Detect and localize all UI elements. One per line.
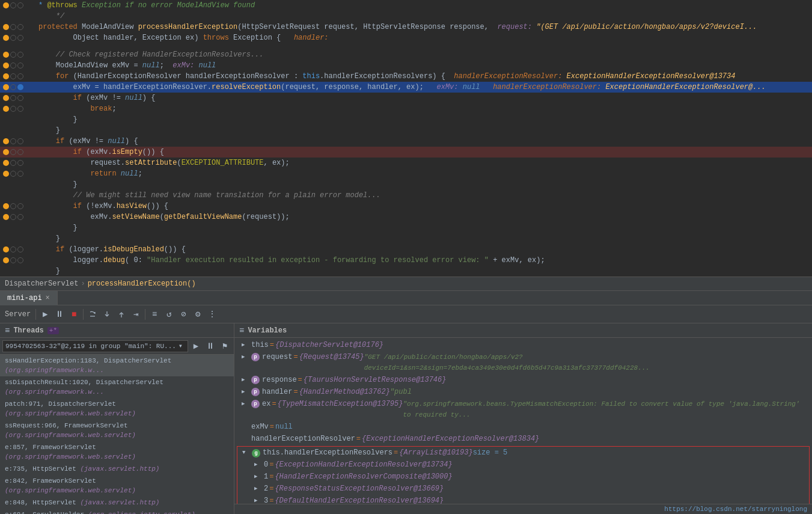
pause-button[interactable]: ⏸ [53, 308, 66, 321]
code-line: logger.debug( 0: "Handler execution resu… [0, 255, 812, 266]
threads-badge: +* [47, 327, 59, 334]
tab-bar: mini-api × [0, 291, 812, 305]
var-item-resolver[interactable]: handlerExceptionResolver = {ExceptionHan… [234, 433, 812, 445]
tab-close-icon[interactable]: × [46, 294, 50, 302]
thread-item[interactable]: e:857, FrameworkServlet (org.springframe… [0, 441, 234, 463]
var-expand-icon[interactable] [242, 387, 249, 397]
var-item-response[interactable]: p response = {TaurusHornServletResponse@… [234, 374, 812, 386]
var-item-this[interactable]: this = {DispatcherServlet@10176} [234, 339, 812, 351]
var-item-exmv[interactable]: exMv = null [234, 421, 812, 433]
run-to-cursor-button[interactable]: ⇥ [129, 308, 142, 321]
var-item-resolvers-header[interactable]: g this.handlerExceptionResolvers = {Arra… [237, 447, 809, 459]
resume-button[interactable]: ▶ [38, 308, 52, 321]
tab-mini-api[interactable]: mini-api × [0, 291, 58, 305]
code-line-highlighted: exMv = handlerExceptionResolver.resolveE… [0, 82, 812, 93]
var-item-resolver-1[interactable]: 1 = {HandlerExceptionResolverComposite@1… [237, 471, 809, 483]
step-over-button[interactable] [86, 308, 99, 321]
threads-panel: ≡ Threads +* 9954702563-32"@2,119 in gro… [0, 323, 234, 514]
bottom-panel: ≡ Threads +* 9954702563-32"@2,119 in gro… [0, 323, 812, 514]
code-text: if (exMv != null) { [38, 137, 138, 145]
settings-button[interactable]: ⚙ [191, 308, 204, 321]
server-label: Server [2, 310, 33, 319]
thread-item[interactable]: e:848, HttpServlet (javax.servlet.http) [0, 497, 234, 509]
thread-dropdown-icon[interactable]: ▾ [179, 341, 183, 350]
code-text: request.setAttribute(EXCEPTION_ATTRIBUTE… [38, 159, 290, 167]
code-line: request.setAttribute(EXCEPTION_ATTRIBUTE… [0, 158, 812, 168]
code-text: } [38, 224, 78, 232]
code-line [0, 43, 812, 49]
evaluate-button[interactable]: ≡ [148, 308, 161, 321]
code-text: if (!exMv.hasView()) { [38, 202, 168, 210]
breadcrumb-item-1[interactable]: DispatcherServlet [5, 280, 78, 288]
code-line: if (logger.isDebugEnabled()) { [0, 244, 812, 255]
code-line: } [0, 266, 812, 277]
code-text: Object handler, Exception ex) throws Exc… [38, 34, 329, 42]
step-out-button[interactable] [115, 308, 128, 321]
var-item-resolver-2[interactable]: 2 = {ResponseStatusExceptionResolver@136… [237, 483, 809, 495]
thread-filter-text: 9954702563-32"@2,119 in group "main": RU… [5, 343, 176, 350]
thread-item[interactable]: e:735, HttpServlet (javax.servlet.http) [0, 463, 234, 475]
threads-filter-btn[interactable]: ⚑ [218, 340, 231, 353]
code-text: logger.debug( 0: "Handler execution resu… [38, 256, 545, 265]
var-expand-icon[interactable] [254, 495, 261, 504]
threads-resume-btn[interactable]: ▶ [189, 340, 203, 353]
var-icon-p: p [251, 388, 260, 396]
var-icon-container: g [252, 447, 260, 458]
code-line: } [0, 233, 812, 244]
threads-list: ssHandlerException:1183, DispatcherServl… [0, 355, 234, 514]
threads-icon: ≡ [5, 326, 10, 335]
code-line: } [0, 114, 812, 125]
var-icon-p: p [251, 353, 260, 361]
var-expand-icon[interactable] [242, 447, 249, 458]
breadcrumb-item-2[interactable]: processHandlerException() [88, 280, 196, 288]
stop-button[interactable]: ■ [67, 308, 81, 321]
code-text: } [38, 126, 60, 135]
step-into-button[interactable] [100, 308, 114, 321]
var-item-ex[interactable]: p ex = {TypeMismatchException@13795} "or… [234, 398, 812, 421]
var-item-handler[interactable]: p handler = {HandlerMethod@13762} "publ [234, 386, 812, 398]
variables-panel-title: Variables [248, 326, 287, 335]
var-expand-icon[interactable] [242, 399, 249, 409]
toolbar-separator-1 [35, 309, 36, 320]
variables-panel-header: ≡ Variables [234, 323, 812, 338]
breadcrumb: DispatcherServlet › processHandlerExcept… [0, 277, 812, 291]
variables-panel: ≡ Variables this = {DispatcherServlet@10… [234, 323, 812, 514]
url-bar: https://blog.csdn.net/starryninglong [234, 504, 812, 514]
code-line-error: if (exMv.isEmpty()) { [0, 147, 812, 158]
toolbar-separator-2 [83, 309, 84, 320]
var-item-resolver-0[interactable]: 0 = {ExceptionHandlerExceptionResolver@1… [237, 459, 809, 471]
var-item-request[interactable]: p request = {Request@13745} "GET /api/pu… [234, 351, 812, 374]
code-editor: * @throws Exception if no error ModelAnd… [0, 0, 812, 277]
code-text: */ [38, 12, 64, 20]
drop-frame-button[interactable]: ↺ [162, 308, 176, 321]
code-line: exMv.setViewName(getDefaultViewName(requ… [0, 212, 812, 222]
threads-toolbar: 9954702563-32"@2,119 in group "main": RU… [0, 338, 234, 355]
thread-item[interactable]: e:842, FrameworkServlet (org.springframe… [0, 475, 234, 497]
var-item-resolver-3[interactable]: 3 = {DefaultHandlerExceptionResolver@136… [237, 495, 809, 504]
thread-item[interactable]: ssHandlerException:1183, DispatcherServl… [0, 355, 234, 376]
var-expand-icon[interactable] [242, 375, 249, 385]
variables-list: this = {DispatcherServlet@10176} p reque… [234, 338, 812, 504]
thread-item[interactable]: patch:971, DispatcherServlet (org.spring… [0, 398, 234, 420]
thread-item[interactable]: ssDispatchResult:1020, DispatcherServlet… [0, 376, 234, 398]
variables-icon: ≡ [239, 326, 244, 335]
var-expand-icon[interactable] [254, 459, 261, 470]
var-group-resolvers: g this.handlerExceptionResolvers = {Arra… [237, 446, 810, 504]
code-text: exMv.setViewName(getDefaultViewName(requ… [38, 213, 290, 221]
url-text[interactable]: https://blog.csdn.net/starryninglong [664, 506, 807, 513]
mute-breakpoints-button[interactable]: ⊘ [177, 308, 190, 321]
var-expand-icon[interactable] [254, 483, 261, 494]
code-line: return null; [0, 168, 812, 179]
thread-item[interactable]: ssRequest:966, FrameworkServlet (org.spr… [0, 420, 234, 441]
var-icon-p: p [251, 376, 260, 384]
code-text: } [38, 180, 78, 189]
var-expand-icon[interactable] [242, 340, 249, 350]
more-options-button[interactable]: ⋮ [206, 308, 219, 321]
thread-item[interactable]: e:684, ServletHolder (org.eclipse.jetty.… [0, 509, 234, 514]
threads-panel-header: ≡ Threads +* [0, 323, 234, 338]
var-expand-icon[interactable] [242, 352, 249, 363]
var-icon-p: p [251, 400, 260, 408]
code-text: return null; [38, 170, 142, 178]
var-expand-icon[interactable] [254, 471, 261, 482]
threads-pause-btn[interactable]: ⏸ [204, 340, 217, 353]
